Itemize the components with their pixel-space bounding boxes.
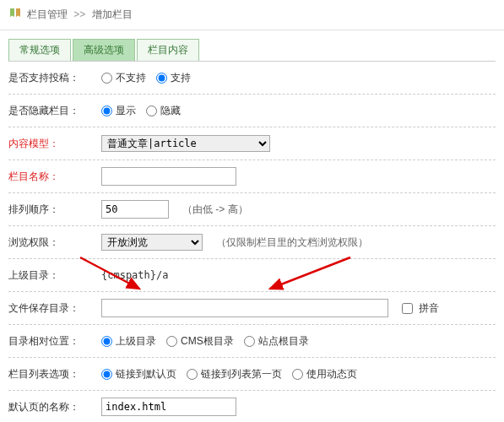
input-sort-order[interactable] [101, 200, 169, 219]
radio-list-default[interactable] [101, 369, 112, 380]
book-icon [8, 7, 22, 23]
tab-basic[interactable]: 常规选项 [8, 39, 71, 61]
label-parent-dir: 上级目录： [8, 268, 101, 283]
breadcrumb-current: 增加栏目 [92, 8, 133, 20]
radio-dir-parent[interactable] [101, 336, 112, 347]
label-list-option: 栏目列表选项： [8, 367, 101, 381]
select-browse-auth[interactable]: 开放浏览 [101, 234, 203, 251]
label-browse-auth: 浏览权限： [8, 235, 101, 250]
label-content-model: 内容模型： [8, 137, 101, 151]
input-column-name[interactable] [101, 167, 236, 186]
input-default-page[interactable] [101, 398, 236, 416]
breadcrumb-root[interactable]: 栏目管理 [27, 8, 68, 20]
hint-sort-order: （由低 -> 高） [182, 203, 248, 217]
label-sort-order: 排列顺序： [8, 203, 101, 217]
radio-submit-yes[interactable] [156, 73, 167, 84]
tab-content[interactable]: 栏目内容 [137, 39, 199, 61]
label-default-page: 默认页的名称： [8, 400, 101, 414]
radio-dir-cms[interactable] [166, 336, 177, 347]
label-column-name: 栏目名称： [8, 170, 101, 184]
checkbox-pinyin[interactable] [402, 303, 413, 314]
radio-submit-no[interactable] [101, 73, 112, 84]
breadcrumb-separator: >> [73, 8, 85, 20]
select-content-model[interactable]: 普通文章|article [101, 135, 270, 152]
radio-list-first[interactable] [187, 369, 198, 380]
radio-hide[interactable] [146, 106, 157, 116]
label-file-dir: 文件保存目录： [8, 301, 101, 316]
label-dir-relative: 目录相对位置： [8, 334, 101, 349]
text-parent-dir: {cmspath}/a [101, 269, 168, 281]
tab-advanced[interactable]: 高级选项 [73, 39, 135, 61]
breadcrumb: 栏目管理 >> 增加栏目 [27, 8, 133, 22]
label-hidden: 是否隐藏栏目： [8, 104, 101, 118]
hint-browse-auth: （仅限制栏目里的文档浏览权限） [216, 235, 368, 250]
radio-show[interactable] [101, 106, 112, 116]
input-file-dir[interactable] [101, 299, 388, 317]
radio-dir-site[interactable] [244, 336, 255, 347]
radio-list-dynamic[interactable] [292, 369, 303, 380]
tab-bar: 常规选项 高级选项 栏目内容 [8, 39, 496, 62]
label-submit-support: 是否支持投稿： [8, 71, 101, 85]
